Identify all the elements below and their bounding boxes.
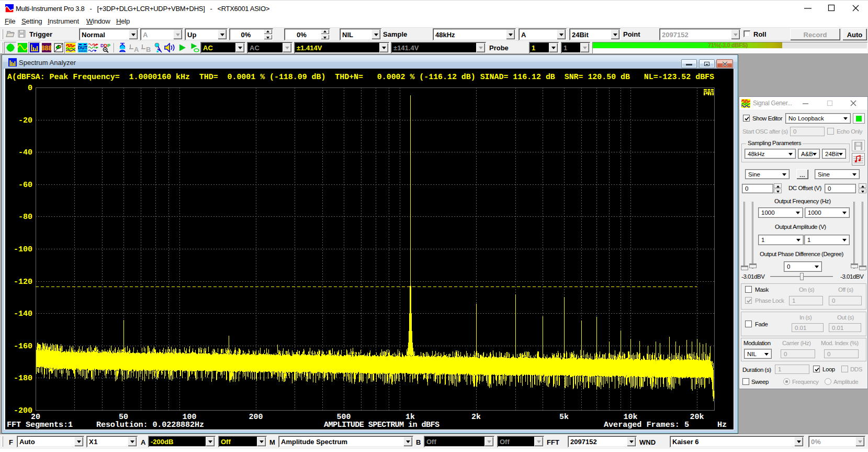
svg-text:888: 888	[42, 45, 51, 52]
svg-text:-200: -200	[14, 406, 32, 415]
svg-text:B: B	[146, 46, 151, 52]
svg-text:A(dBFSA: Peak Frequency= 1.00: A(dBFSA: Peak Frequency= 1.0000160 kHz T…	[7, 72, 714, 82]
svg-text:AMPLITUDE SPECTRUM in dBFS: AMPLITUDE SPECTRUM in dBFS	[324, 420, 439, 429]
svg-text:Hz: Hz	[717, 420, 727, 429]
svg-text:A: A	[134, 46, 139, 52]
svg-text:-180: -180	[14, 374, 32, 383]
svg-text:-80: -80	[18, 213, 32, 222]
svg-text:200: 200	[249, 413, 263, 422]
svg-text:2k: 2k	[471, 413, 481, 422]
svg-text:20k: 20k	[690, 413, 704, 422]
svg-text:Averaged Frames: 5: Averaged Frames: 5	[604, 420, 689, 429]
svg-text:-120: -120	[14, 278, 32, 286]
svg-text:-60: -60	[18, 181, 32, 190]
svg-text:-160: -160	[14, 342, 32, 351]
svg-text:Resolution: 0.0228882Hz: Resolution: 0.0228882Hz	[96, 420, 204, 429]
svg-text:FFT Segments:1: FFT Segments:1	[7, 420, 73, 429]
svg-text:-20: -20	[18, 116, 32, 125]
svg-text:DUT: DUT	[78, 45, 87, 50]
svg-text:5k: 5k	[559, 413, 569, 422]
svg-text:0: 0	[28, 84, 32, 93]
svg-text:DDP: DDP	[100, 43, 110, 48]
svg-text:-140: -140	[14, 310, 32, 318]
svg-text:-40: -40	[18, 148, 32, 157]
svg-text:-100: -100	[14, 245, 32, 254]
